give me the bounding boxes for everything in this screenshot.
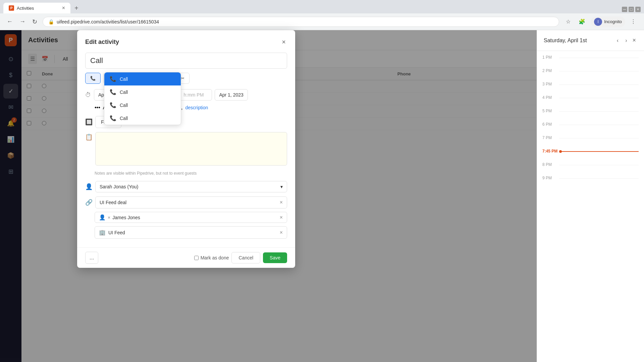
forward-button[interactable]: → (18, 17, 27, 26)
edit-activity-modal: Edit activity × 📞 👤 ⏰ 🚩 🔄 ✂ (77, 30, 295, 268)
time-line (559, 84, 639, 85)
activity-type-dropdown: 📞 Call 📞 Call 📞 Call 📞 Call (104, 72, 181, 125)
phone-icon: 📞 (90, 76, 96, 81)
assignee-icon: 👤 (85, 183, 93, 190)
assignee-row: 👤 Sarah Jonas (You) ▾ (85, 181, 287, 192)
time-label: 3 PM (542, 82, 559, 86)
notes-row: 📋 (85, 132, 287, 166)
contact-remove-button[interactable]: × (108, 215, 110, 220)
tab-close-button[interactable]: × (62, 5, 65, 11)
time-label: 9 PM (542, 176, 559, 180)
calendar-close-button[interactable]: × (631, 36, 637, 45)
cancel-button[interactable]: Cancel (231, 252, 260, 263)
modal-close-button[interactable]: × (280, 37, 287, 47)
save-button[interactable]: Save (263, 252, 287, 263)
datetime-icon: ⏱ (85, 92, 91, 99)
profile-button[interactable]: I Incognito (591, 16, 625, 27)
org-clear-button[interactable]: × (280, 230, 283, 236)
maximize-button[interactable]: □ (629, 7, 634, 12)
contact-field[interactable]: 👤 × James Jones × (95, 212, 287, 223)
url-input[interactable] (57, 19, 553, 24)
extensions-button[interactable]: 🧩 (576, 17, 588, 26)
time-line (559, 125, 639, 125)
notes-hint: Notes are visible within Pipedrive, but … (85, 171, 287, 176)
type-call-button[interactable]: 📞 (85, 73, 101, 84)
profile-label: Incognito (604, 19, 622, 24)
time-slot-5pm: 5 PM (537, 109, 644, 122)
cal-prev-button[interactable]: ‹ (614, 36, 621, 45)
contact-clear-button[interactable]: × (280, 215, 283, 221)
org-value: UI Feed (108, 230, 125, 235)
contact-person-icon: 👤 (99, 214, 106, 221)
dropdown-item-call-2[interactable]: 📞 Call (104, 85, 181, 99)
deal-clear-button[interactable]: × (280, 199, 283, 205)
scissors-icon: ✂ (181, 76, 184, 81)
modal-header: Edit activity × (77, 30, 295, 47)
mark-done-label[interactable]: Mark as done (194, 255, 229, 260)
time-label: 1 PM (542, 55, 559, 60)
modal-footer: ... Mark as done Cancel Save (77, 247, 295, 268)
close-button[interactable]: × (635, 7, 641, 12)
time-label: 5 PM (542, 109, 559, 113)
time-label: 6 PM (542, 122, 559, 127)
busy-icon: 🔲 (85, 118, 93, 126)
dropdown-item-call-active[interactable]: 📞 Call (104, 72, 181, 85)
menu-button[interactable]: ⋮ (628, 17, 639, 26)
dropdown-item-label-4: Call (120, 116, 128, 121)
add-description-link[interactable]: description (185, 105, 208, 110)
assignee-select[interactable]: Sarah Jonas (You) ▾ (95, 181, 287, 192)
date-to-input[interactable]: Apr 1, 2023 (215, 89, 248, 101)
deal-field[interactable]: UI Feed deal × (95, 196, 287, 208)
contact-tag: 👤 × James Jones (99, 214, 140, 221)
link-icon: 🔗 (85, 199, 93, 206)
assignee-dropdown-icon: ▾ (280, 184, 283, 189)
time-slot-8pm: 8 PM (537, 162, 644, 176)
browser-toolbar-right: ☆ 🧩 I Incognito ⋮ (563, 16, 639, 27)
back-button[interactable]: ← (5, 17, 14, 26)
cal-next-button[interactable]: › (623, 36, 630, 45)
time-line (559, 58, 639, 58)
new-tab-button[interactable]: + (70, 3, 83, 13)
time-label: 4 PM (542, 95, 559, 100)
time-line (559, 178, 639, 179)
time-line (559, 138, 639, 138)
time-line (559, 98, 639, 98)
calendar-nav: ‹ › (614, 36, 630, 45)
time-slot-2pm: 2 PM (537, 68, 644, 82)
time-slot-6pm: 6 PM (537, 122, 644, 135)
time-slot-4pm: 4 PM (537, 95, 644, 109)
time-slot-1pm: 1 PM (537, 55, 644, 68)
mark-done-checkbox[interactable] (194, 256, 199, 260)
deal-row: 🔗 UI Feed deal × (85, 196, 287, 208)
time-line (559, 111, 639, 112)
time-slot-3pm: 3 PM (537, 82, 644, 95)
current-time-label: 7:45 PM (542, 149, 559, 154)
footer-more-button[interactable]: ... (85, 252, 98, 264)
time-label: 8 PM (542, 162, 559, 167)
footer-center: Mark as done Cancel Save (98, 252, 287, 263)
calendar-panel: Saturday, April 1st ‹ › × 1 PM 2 PM 3 PM… (537, 30, 644, 362)
minimize-button[interactable]: ─ (622, 7, 627, 12)
current-time-line (562, 151, 639, 152)
address-bar[interactable]: 🔒 (43, 17, 559, 27)
tab-title: Activities (17, 6, 59, 11)
notes-textarea[interactable] (95, 132, 287, 166)
activity-name-input[interactable] (85, 53, 287, 69)
dropdown-item-call-3[interactable]: 📞 Call (104, 99, 181, 112)
dropdown-call-icon-1: 📞 (110, 76, 116, 82)
comma3: , (181, 105, 182, 111)
calendar-controls: ‹ › × (614, 36, 637, 45)
dropdown-item-call-4[interactable]: 📞 Call (104, 112, 181, 125)
current-time-indicator: 7:45 PM (537, 149, 644, 162)
active-tab[interactable]: P Activities × (3, 3, 70, 13)
calendar-body: 1 PM 2 PM 3 PM 4 PM 5 PM 6 PM 7 PM (537, 51, 644, 362)
reload-button[interactable]: ↻ (31, 17, 39, 27)
contact-name: James Jones (112, 215, 140, 220)
time-slot-9pm: 9 PM (537, 176, 644, 189)
calendar-header: Saturday, April 1st ‹ › × (537, 30, 644, 51)
dropdown-item-label-3: Call (120, 103, 128, 108)
dropdown-item-label-2: Call (120, 89, 128, 95)
current-time-dot (559, 150, 562, 153)
bookmark-button[interactable]: ☆ (563, 17, 573, 26)
org-field[interactable]: 🏢 UI Feed × (95, 226, 287, 239)
